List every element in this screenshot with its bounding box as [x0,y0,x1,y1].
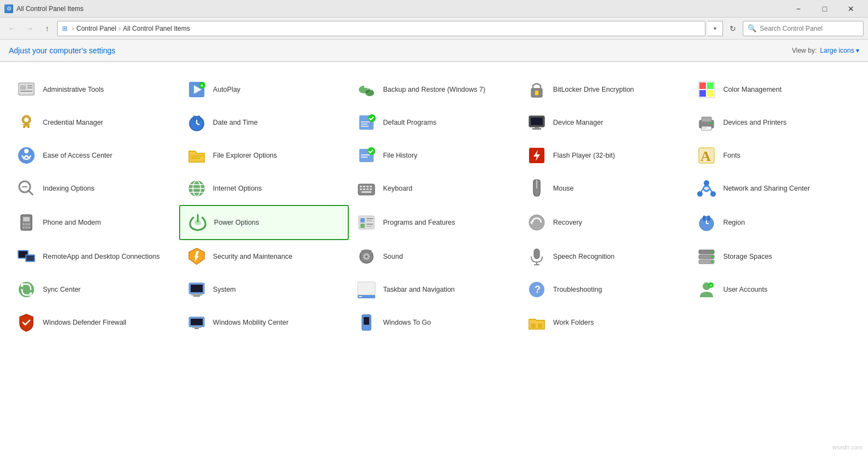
svg-rect-29 [361,121,370,123]
panel-item-color-management[interactable]: Color Management [689,73,859,106]
date-time-label: Date and Time [213,118,258,127]
color-management-icon [695,79,717,101]
device-manager-label: Device Manager [553,118,603,127]
search-box[interactable]: 🔍 [743,21,864,36]
panel-item-bitlocker[interactable]: BitLocker Drive Encryption [519,73,689,106]
troubleshooting-label: Troubleshooting [553,285,602,294]
file-history-icon [355,144,377,166]
recovery-label: Recovery [553,218,582,227]
phone-modem-icon [15,212,37,233]
view-by-dropdown[interactable]: Large icons ▾ [820,47,859,54]
svg-rect-142 [364,317,369,325]
minimize-button[interactable]: − [786,0,811,18]
panel-item-programs-features[interactable]: Programs and Features [349,205,519,240]
panel-item-default-programs[interactable]: Default Programs [349,106,519,139]
svg-rect-93 [360,224,365,228]
panel-item-fonts[interactable]: AFonts [689,139,859,172]
panel-item-windows-mobility[interactable]: Windows Mobility Center [179,306,349,339]
svg-point-118 [711,251,713,253]
forward-button[interactable]: → [22,21,37,36]
svg-rect-84 [28,223,30,225]
panel-item-autoplay[interactable]: +AutoPlay [179,73,349,106]
svg-text:?: ? [535,284,541,295]
file-explorer-options-label: File Explorer Options [213,151,277,160]
svg-rect-100 [708,216,710,220]
panel-item-remoteapp[interactable]: RemoteApp and Desktop Connections [9,240,179,273]
panel-item-security-maintenance[interactable]: Security and Maintenance [179,240,349,273]
sound-icon [355,246,377,268]
panel-item-speech-recognition[interactable]: Speech Recognition [519,240,689,273]
title-bar: ⚙ All Control Panel Items − □ ✕ [0,0,868,18]
system-label: System [213,285,236,294]
maximize-button[interactable]: □ [812,0,837,18]
svg-point-42 [24,149,29,153]
panel-item-backup-restore[interactable]: Backup and Restore (Windows 7) [349,73,519,106]
device-manager-icon [526,112,548,134]
panel-item-storage-spaces[interactable]: Storage Spaces [689,240,859,273]
svg-rect-92 [366,220,372,221]
svg-rect-45 [191,155,202,157]
panel-item-mouse[interactable]: Mouse [519,172,689,205]
network-sharing-label: Network and Sharing Center [723,184,810,193]
panel-item-taskbar-navigation[interactable]: Taskbar and Navigation [349,273,519,306]
svg-rect-31 [361,126,369,127]
up-button[interactable]: ↑ [40,21,55,36]
back-button[interactable]: ← [4,21,20,36]
svg-rect-137 [191,319,203,325]
keyboard-icon [355,177,377,199]
panel-item-recovery[interactable]: Recovery [519,205,689,240]
search-input[interactable] [760,25,859,32]
panel-item-user-accounts[interactable]: +User Accounts [689,273,859,306]
windows-to-go-icon [355,312,377,333]
svg-rect-106 [26,255,34,261]
address-path[interactable]: ⊞ › Control Panel › All Control Panel It… [57,21,705,36]
refresh-button[interactable]: ↻ [725,21,741,36]
panel-item-flash-player[interactable]: Flash Player (32-bit) [519,139,689,172]
programs-features-icon [355,212,377,233]
date-time-icon [186,112,208,134]
panel-item-keyboard[interactable]: Keyboard [349,172,519,205]
panel-item-phone-modem[interactable]: Phone and Modem [9,205,179,240]
svg-point-40 [709,122,711,124]
panel-item-file-explorer-options[interactable]: File Explorer Options [179,139,349,172]
panel-item-windows-defender[interactable]: Windows Defender Firewall [9,306,179,339]
panel-item-network-sharing[interactable]: Network and Sharing Center [689,172,859,205]
panel-item-date-time[interactable]: Date and Time [179,106,349,139]
svg-rect-39 [703,127,707,129]
panel-item-system[interactable]: System [179,273,349,306]
panel-item-device-manager[interactable]: Device Manager [519,106,689,139]
svg-rect-130 [359,296,362,297]
bitlocker-label: BitLocker Drive Encryption [553,85,634,94]
panel-item-credential-manager[interactable]: Credential Manager [9,106,179,139]
svg-rect-1 [20,85,26,90]
address-dropdown-button[interactable]: ▾ [708,21,723,36]
panel-item-region[interactable]: Region [689,205,859,240]
panel-item-troubleshooting[interactable]: ?Troubleshooting [519,273,689,306]
panel-item-sound[interactable]: Sound [349,240,519,273]
panel-item-windows-to-go[interactable]: Windows To Go [349,306,519,339]
speech-recognition-icon [526,246,548,268]
panel-item-administrative-tools[interactable]: Administrative Tools [9,73,179,106]
close-button[interactable]: ✕ [838,0,864,18]
user-accounts-label: User Accounts [723,285,767,294]
panel-item-ease-of-access[interactable]: Ease of Access Center [9,139,179,172]
svg-rect-68 [360,188,362,190]
administrative-tools-icon [15,79,37,101]
windows-mobility-icon [186,312,208,333]
work-folders-icon [526,312,548,333]
toolbar: Adjust your computer's settings View by:… [0,40,868,62]
panel-item-internet-options[interactable]: Internet Options [179,172,349,205]
credential-manager-label: Credential Manager [43,118,103,127]
panel-item-indexing-options[interactable]: Indexing Options [9,172,179,205]
svg-rect-24 [198,116,200,120]
panel-item-sync-center[interactable]: Sync Center [9,273,179,306]
panel-item-devices-printers[interactable]: Devices and Printers [689,106,859,139]
svg-rect-85 [23,226,25,229]
panel-item-work-folders[interactable]: Work Folders [519,306,689,339]
devices-printers-icon [695,112,717,134]
panel-item-file-history[interactable]: File History [349,139,519,172]
autoplay-label: AutoPlay [213,85,241,94]
view-by-control: View by: Large icons ▾ [792,47,859,54]
svg-rect-33 [531,118,543,125]
panel-item-power-options[interactable]: Power Options [179,205,349,240]
